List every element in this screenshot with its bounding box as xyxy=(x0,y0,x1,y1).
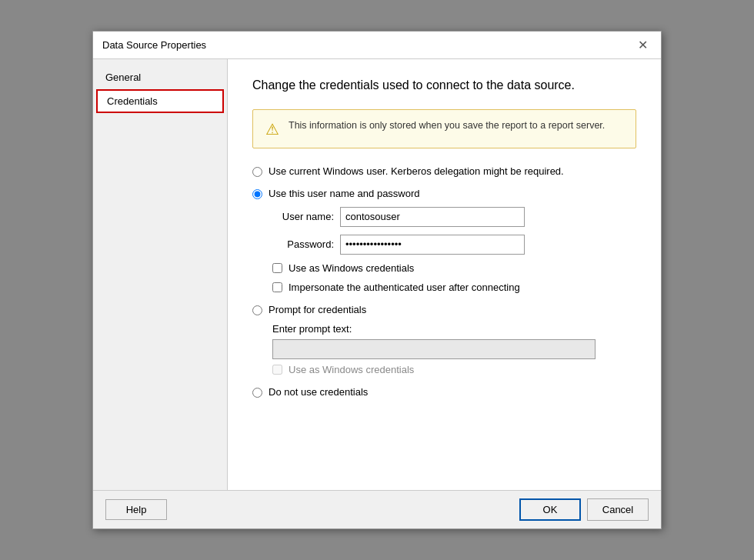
radio-option-prompt-wrapper: Prompt for credentials Enter prompt text… xyxy=(252,304,636,375)
radio-prompt-label: Prompt for credentials xyxy=(269,304,366,315)
warning-icon: ⚠ xyxy=(265,120,279,138)
dialog-window: Data Source Properties ✕ General Credent… xyxy=(92,31,662,529)
password-label: Password: xyxy=(272,238,334,250)
prompt-text-label: Enter prompt text: xyxy=(272,323,636,335)
radio-no-creds[interactable] xyxy=(252,388,262,398)
impersonate-label: Impersonate the authenticated user after… xyxy=(289,282,520,293)
impersonate-checkbox[interactable] xyxy=(272,282,282,292)
radio-group: Use current Windows user. Kerberos deleg… xyxy=(252,165,636,398)
sidebar-item-general[interactable]: General xyxy=(93,65,227,89)
prompt-text-input[interactable] xyxy=(272,339,596,359)
page-title: Change the credentials used to connect t… xyxy=(252,78,636,94)
radio-option-user-pass: Use this user name and password xyxy=(252,188,636,199)
radio-user-pass[interactable] xyxy=(252,189,262,199)
close-button[interactable]: ✕ xyxy=(633,36,652,55)
cancel-button[interactable]: Cancel xyxy=(587,498,649,521)
use-windows-creds-checkbox[interactable] xyxy=(272,263,282,273)
dialog-footer: Help OK Cancel xyxy=(93,490,661,528)
radio-option-windows-user: Use current Windows user. Kerberos deleg… xyxy=(252,165,636,177)
radio-option-prompt: Prompt for credentials xyxy=(252,304,636,315)
prompt-section: Enter prompt text: Use as Windows creden… xyxy=(272,323,636,375)
sidebar-item-credentials[interactable]: Credentials xyxy=(96,89,224,113)
radio-prompt[interactable] xyxy=(252,305,262,315)
dialog-title: Data Source Properties xyxy=(102,39,206,51)
title-bar: Data Source Properties ✕ xyxy=(93,32,661,59)
username-label: User name: xyxy=(272,211,334,222)
ok-button[interactable]: OK xyxy=(519,498,581,521)
prompt-windows-creds-checkbox[interactable] xyxy=(272,365,282,375)
radio-option-user-pass-wrapper: Use this user name and password User nam… xyxy=(252,188,636,293)
prompt-windows-creds-label: Use as Windows credentials xyxy=(289,364,414,375)
radio-user-pass-label: Use this user name and password xyxy=(269,188,420,199)
radio-windows-user-label: Use current Windows user. Kerberos deleg… xyxy=(269,165,564,177)
dialog-body: General Credentials Change the credentia… xyxy=(93,59,661,490)
radio-option-no-creds: Do not use credentials xyxy=(252,386,636,398)
sidebar: General Credentials xyxy=(93,59,228,490)
footer-right-buttons: OK Cancel xyxy=(519,498,649,521)
content-area: Change the credentials used to connect t… xyxy=(228,59,661,490)
impersonate-row: Impersonate the authenticated user after… xyxy=(272,282,636,293)
warning-text: This information is only stored when you… xyxy=(289,119,605,133)
password-input[interactable] xyxy=(340,235,525,255)
username-row: User name: xyxy=(272,207,636,227)
prompt-windows-creds-row: Use as Windows credentials xyxy=(272,364,636,375)
user-pass-fields: User name: Password: Use as Windows cred… xyxy=(272,207,636,293)
username-input[interactable] xyxy=(340,207,525,227)
radio-windows-user[interactable] xyxy=(252,167,262,177)
warning-box: ⚠ This information is only stored when y… xyxy=(252,109,636,148)
help-button[interactable]: Help xyxy=(105,499,167,520)
radio-no-creds-label: Do not use credentials xyxy=(269,386,368,398)
use-windows-creds-label: Use as Windows credentials xyxy=(289,262,414,274)
password-row: Password: xyxy=(272,235,636,255)
use-windows-creds-row: Use as Windows credentials xyxy=(272,262,636,274)
